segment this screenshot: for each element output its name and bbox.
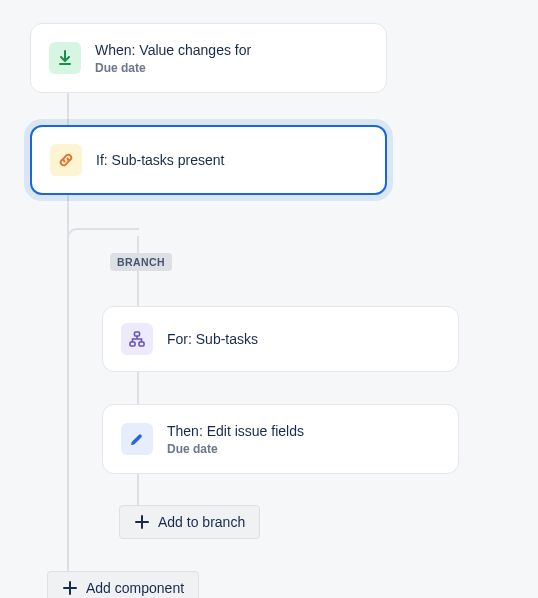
branch-action-text: Then: Edit issue fields Due date [167,422,304,456]
branch-loop-title: For: Sub-tasks [167,330,258,348]
add-component-label: Add component [86,580,184,596]
branch-tree-icon [128,330,146,348]
branch-action-subtitle: Due date [167,442,304,456]
branch-action-title: Then: Edit issue fields [167,422,304,440]
branch-action-card[interactable]: Then: Edit issue fields Due date [102,404,459,474]
arrow-down-bar-icon [56,49,74,67]
svg-rect-2 [139,342,144,346]
trigger-title: When: Value changes for [95,41,251,59]
branch-label: BRANCH [110,253,172,271]
branch-loop-card[interactable]: For: Sub-tasks [102,306,459,372]
link-icon [57,151,75,169]
svg-rect-1 [130,342,135,346]
pencil-icon [128,430,146,448]
branch-icon [121,323,153,355]
add-to-branch-button[interactable]: Add to branch [119,505,260,539]
plus-icon [62,580,78,596]
trigger-subtitle: Due date [95,61,251,75]
trigger-card[interactable]: When: Value changes for Due date [30,23,387,93]
trigger-icon [49,42,81,74]
svg-rect-0 [135,332,140,336]
trigger-text: When: Value changes for Due date [95,41,251,75]
branch-loop-text: For: Sub-tasks [167,330,258,348]
condition-card[interactable]: If: Sub-tasks present [30,125,387,195]
action-icon [121,423,153,455]
add-to-branch-label: Add to branch [158,514,245,530]
condition-title: If: Sub-tasks present [96,151,224,169]
add-component-button[interactable]: Add component [47,571,199,598]
plus-icon [134,514,150,530]
condition-text: If: Sub-tasks present [96,151,224,169]
condition-icon [50,144,82,176]
